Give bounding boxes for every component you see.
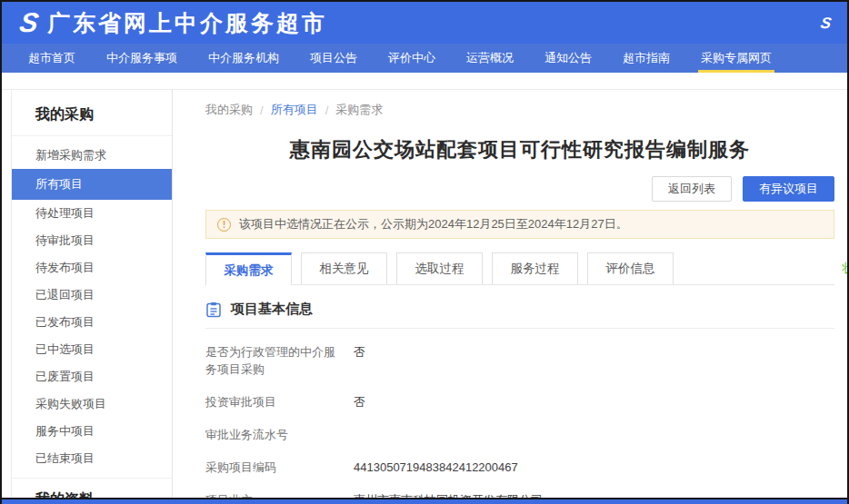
field-row-approval-serial: 审批业务流水号: [205, 426, 834, 443]
sidebar-item-all-projects[interactable]: 所有项目: [12, 169, 172, 200]
breadcrumb-separator: /: [325, 104, 329, 117]
field-value: 否: [354, 343, 365, 378]
sidebar-item-failed[interactable]: 采购失败项目: [12, 390, 172, 418]
breadcrumb-my-procurement[interactable]: 我的采购: [205, 102, 253, 118]
field-label: 采购项目编码: [205, 459, 346, 476]
sidebar-item-published[interactable]: 已发布项目: [12, 309, 172, 336]
nav-item-procurement-page[interactable]: 采购专属网页: [685, 44, 787, 73]
field-row-admin-service: 是否为行政管理的中介服务项目采购 否: [205, 343, 834, 378]
sidebar-item-pending-approval[interactable]: 待审批项目: [12, 227, 172, 254]
section-title: 项目基本信息: [231, 301, 313, 318]
sidebar-item-returned[interactable]: 已退回项目: [12, 282, 172, 309]
action-buttons: 返回列表 有异议项目: [205, 176, 834, 202]
nav-item-service-matters[interactable]: 中介服务事项: [91, 44, 193, 73]
sidebar-item-pending[interactable]: 待处理项目: [12, 200, 172, 227]
tab-selection-process[interactable]: 选取过程: [396, 252, 483, 284]
breadcrumb-all-projects[interactable]: 所有项目: [271, 102, 318, 118]
tab-evaluation-info[interactable]: 评价信息: [587, 252, 674, 284]
top-header: S 广东省网上中介服务超市 S: [2, 2, 847, 44]
sidebar-item-new-demand[interactable]: 新增采购需求: [12, 142, 172, 169]
sidebar-section-my-procurement: 我的采购: [12, 94, 172, 136]
basic-info-fields: 是否为行政管理的中介服务项目采购 否 投资审批项目 否 审批业务流水号 采购项目…: [205, 343, 834, 504]
nav-item-guide[interactable]: 超市指南: [607, 44, 685, 73]
nav-item-notices[interactable]: 通知公告: [529, 44, 607, 73]
sidebar-item-selected[interactable]: 已中选项目: [12, 336, 172, 363]
breadcrumb-separator: /: [260, 104, 264, 117]
back-to-list-button[interactable]: 返回列表: [652, 176, 732, 202]
tab-related-opinions[interactable]: 相关意见: [301, 252, 387, 284]
field-label: 审批业务流水号: [205, 426, 346, 443]
field-row-project-code: 采购项目编码 4413050719483842412200467: [205, 459, 834, 476]
nav-item-project-announcements[interactable]: 项目公告: [295, 44, 373, 73]
tab-procurement-demand[interactable]: 采购需求: [205, 252, 292, 285]
page-title: 惠南园公交场站配套项目可行性研究报告编制服务: [205, 136, 834, 163]
nav-item-home[interactable]: 超市首页: [13, 44, 91, 73]
main-content: 我的采购 / 所有项目 / 采购需求 惠南园公交场站配套项目可行性研究报告编制服…: [173, 90, 847, 498]
sidebar-list-procurement: 新增采购需求 所有项目 待处理项目 待审批项目 待发布项目 已退回项目 已发布项…: [12, 136, 172, 478]
status-label-partial: 状: [843, 261, 849, 277]
breadcrumb: 我的采购 / 所有项目 / 采购需求: [205, 102, 834, 118]
breadcrumb-procurement-demand: 采购需求: [335, 102, 383, 118]
sidebar-item-pending-publish[interactable]: 待发布项目: [12, 254, 172, 282]
clipboard-icon: [205, 301, 222, 318]
publicity-notice: ! 该项目中选情况正在公示，公示期为2024年12月25日至2024年12月27…: [205, 210, 834, 239]
sidebar-item-finished[interactable]: 已结束项目: [12, 445, 172, 472]
footer-blue-strip: [2, 499, 847, 504]
field-value: 4413050719483842412200467: [354, 459, 518, 476]
section-header-basic-info: 项目基本信息: [205, 301, 834, 329]
brand-logo-icon-small: S: [819, 15, 830, 31]
app-window: S 广东省网上中介服务超市 S 超市首页 中介服务事项 中介服务机构 项目公告 …: [0, 0, 849, 504]
tab-bar: 采购需求 相关意见 选取过程 服务过程 评价信息 状: [205, 252, 834, 285]
brand-logo-icon: S: [17, 9, 38, 36]
main-nav: 超市首页 中介服务事项 中介服务机构 项目公告 评价中心 运营概况 通知公告 超…: [2, 44, 847, 73]
sidebar: 我的采购 新增采购需求 所有项目 待处理项目 待审批项目 待发布项目 已退回项目…: [11, 90, 173, 498]
objection-project-button[interactable]: 有异议项目: [743, 176, 834, 202]
body-row: 我的采购 新增采购需求 所有项目 待处理项目 待审批项目 待发布项目 已退回项目…: [2, 89, 847, 498]
window-bottom-border: [2, 498, 847, 499]
sidebar-item-in-service[interactable]: 服务中项目: [12, 418, 172, 445]
nav-item-operation-overview[interactable]: 运营概况: [451, 44, 529, 73]
field-label: 是否为行政管理的中介服务项目采购: [205, 343, 346, 378]
field-row-investment-approval: 投资审批项目 否: [205, 393, 834, 410]
notice-text: 该项目中选情况正在公示，公示期为2024年12月25日至2024年12月27日。: [239, 216, 628, 232]
brand[interactable]: S 广东省网上中介服务超市: [20, 8, 327, 38]
warning-icon: !: [217, 218, 231, 232]
field-label: 投资审批项目: [205, 393, 346, 410]
nav-item-evaluation-center[interactable]: 评价中心: [373, 44, 451, 73]
sidebar-item-discarded[interactable]: 已废置项目: [12, 363, 172, 390]
nav-item-service-agencies[interactable]: 中介服务机构: [193, 44, 295, 73]
field-value: 否: [354, 393, 365, 410]
tab-service-process[interactable]: 服务过程: [492, 252, 578, 284]
site-title: 广东省网上中介服务超市: [47, 8, 327, 38]
